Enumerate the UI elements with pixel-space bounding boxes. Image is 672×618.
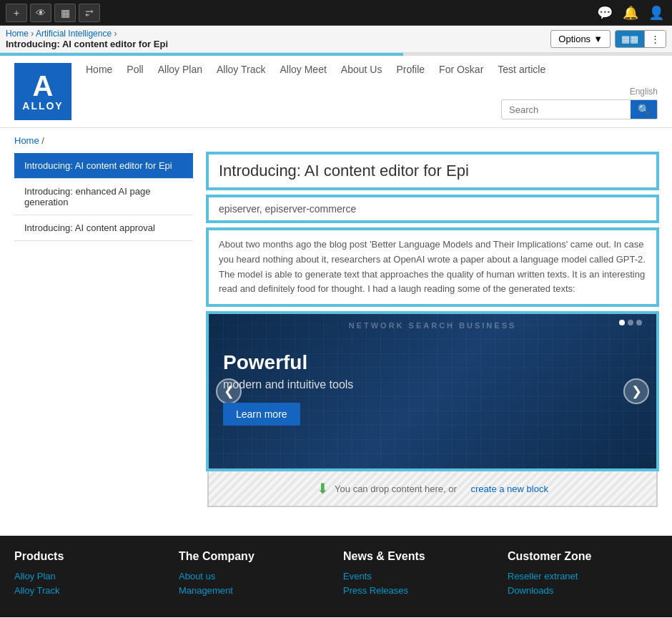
page-breadcrumb-home[interactable]: Home xyxy=(14,135,39,146)
nav-item-poll[interactable]: Poll xyxy=(127,64,143,75)
footer-products-heading: Products xyxy=(14,550,164,563)
search-button[interactable]: 🔍 xyxy=(631,100,657,119)
footer-news-list: Events Press Releases xyxy=(343,570,493,596)
editor-toolbar: + 👁 ▦ ⥂ 💬 🔔 👤 xyxy=(0,0,672,26)
search-area: English 🔍 xyxy=(86,87,658,119)
bell-icon-button[interactable]: 🔔 xyxy=(621,4,641,22)
options-label: Options xyxy=(558,34,591,44)
site-wrapper: A ALLOY Home Poll Alloy Plan Alloy Track… xyxy=(0,56,672,617)
editor-page-title: Introducing: AI content editor for Epi xyxy=(6,39,168,49)
breadcrumb-sep2: › xyxy=(114,29,117,39)
footer-link-press-releases[interactable]: Press Releases xyxy=(343,584,493,596)
language-label: English xyxy=(630,87,658,97)
nav-item-profile[interactable]: Profile xyxy=(396,64,425,75)
view-toggle: ▦▦ ⋮ xyxy=(615,30,666,48)
footer-customer-heading: Customer Zone xyxy=(508,550,658,563)
nav-item-test-article[interactable]: Test article xyxy=(498,64,545,75)
article-content: Introducing: AI content editor for Epi e… xyxy=(207,153,658,507)
article-tags-text: episerver, episerver-commerce xyxy=(219,203,356,215)
site-nav: Home Poll Alloy Plan Alloy Track Alloy M… xyxy=(86,64,658,75)
view-list-button[interactable]: ⋮ xyxy=(645,31,666,47)
sidebar-item-2[interactable]: Introducing: enhanced AI page generation xyxy=(14,179,193,215)
site-footer: Products Alloy Plan Alloy Track The Comp… xyxy=(0,536,672,617)
sidebar: Introducing: AI content editor for Epi I… xyxy=(14,153,193,507)
drop-zone-space xyxy=(463,484,465,494)
footer-col-company: The Company About us Management xyxy=(179,550,329,599)
footer-col-customer: Customer Zone Reseller extranet Download… xyxy=(508,550,658,599)
resize-button[interactable]: ⥂ xyxy=(79,4,100,22)
search-form: 🔍 xyxy=(501,99,658,119)
carousel-next-button[interactable]: ❯ xyxy=(623,378,649,404)
carousel-text-area: Powerful modern and intuitive tools Lear… xyxy=(223,351,353,426)
view-grid-button[interactable]: ▦▦ xyxy=(616,31,644,47)
carousel-block: NETWORK SEARCH BUSINESS ❮ Powerful moder… xyxy=(207,313,658,470)
article-tags[interactable]: episerver, episerver-commerce xyxy=(207,196,658,222)
carousel-dot-3[interactable] xyxy=(636,320,642,325)
breadcrumb-path: Home › Artificial Intelligence › xyxy=(6,29,168,39)
carousel-dot-2[interactable] xyxy=(628,320,633,325)
editor-breadcrumb-bar: Home › Artificial Intelligence › Introdu… xyxy=(0,26,672,53)
footer-link-downloads[interactable]: Downloads xyxy=(508,584,658,596)
footer-company-heading: The Company xyxy=(179,550,329,563)
footer-grid: Products Alloy Plan Alloy Track The Comp… xyxy=(14,550,658,599)
frames-button[interactable]: ▦ xyxy=(54,4,76,22)
footer-link-about-us[interactable]: About us xyxy=(179,570,329,582)
search-input[interactable] xyxy=(502,101,631,119)
footer-link-management[interactable]: Management xyxy=(179,584,329,596)
article-body-text: About two months ago the blog post 'Bett… xyxy=(219,239,646,294)
site-nav-area: Home Poll Alloy Plan Alloy Track Alloy M… xyxy=(86,64,658,119)
nav-item-home[interactable]: Home xyxy=(86,64,112,75)
footer-customer-list: Reseller extranet Downloads xyxy=(508,570,658,596)
drop-icon: ⬇ xyxy=(317,480,329,497)
options-button[interactable]: Options ▼ xyxy=(550,30,611,48)
chevron-down-icon: ▼ xyxy=(593,34,603,44)
main-content: Introducing: AI content editor for Epi I… xyxy=(0,153,672,521)
sidebar-item-1[interactable]: Introducing: AI content editor for Epi xyxy=(14,153,193,179)
site-header: A ALLOY Home Poll Alloy Plan Alloy Track… xyxy=(0,56,672,128)
carousel-title: Powerful xyxy=(223,351,353,374)
footer-products-list: Alloy Plan Alloy Track xyxy=(14,570,164,596)
breadcrumb-section-link[interactable]: Artificial Intelligence xyxy=(36,29,112,39)
nav-item-alloy-meet[interactable]: Alloy Meet xyxy=(280,64,326,75)
page-breadcrumb-sep: / xyxy=(41,135,44,146)
drop-zone-text: You can drop content here, or xyxy=(335,484,457,494)
footer-company-list: About us Management xyxy=(179,570,329,596)
page-breadcrumb: Home / xyxy=(0,128,672,153)
footer-col-products: Products Alloy Plan Alloy Track xyxy=(14,550,164,599)
footer-col-news: News & Events Events Press Releases xyxy=(343,550,493,599)
article-title-text: Introducing: AI content editor for Epi xyxy=(219,162,469,180)
user-icon-button[interactable]: 👤 xyxy=(646,4,666,22)
sidebar-item-3[interactable]: Introducing: AI content approval xyxy=(14,215,193,241)
site-logo: A ALLOY xyxy=(14,63,71,120)
footer-link-alloy-plan[interactable]: Alloy Plan xyxy=(14,570,164,582)
chat-icon-button[interactable]: 💬 xyxy=(595,4,615,22)
logo-text: ALLOY xyxy=(22,100,63,112)
nav-item-for-oskar[interactable]: For Oskar xyxy=(439,64,483,75)
carousel-learn-more-button[interactable]: Learn more xyxy=(223,403,300,426)
breadcrumb-home-link[interactable]: Home xyxy=(6,29,29,39)
options-area: Options ▼ ▦▦ ⋮ xyxy=(550,30,666,48)
nav-item-alloy-plan[interactable]: Alloy Plan xyxy=(158,64,202,75)
footer-news-heading: News & Events xyxy=(343,550,493,563)
nav-item-alloy-track[interactable]: Alloy Track xyxy=(217,64,265,75)
footer-link-reseller[interactable]: Reseller extranet xyxy=(508,570,658,582)
create-new-block-link[interactable]: create a new block xyxy=(471,484,548,494)
chevron-right-icon: ❯ xyxy=(631,383,642,399)
plus-button[interactable]: + xyxy=(6,4,27,22)
article-title[interactable]: Introducing: AI content editor for Epi xyxy=(207,153,658,189)
footer-link-alloy-track[interactable]: Alloy Track xyxy=(14,584,164,596)
logo-letter: A xyxy=(33,72,54,100)
drop-zone[interactable]: ⬇ You can drop content here, or create a… xyxy=(207,470,658,507)
carousel-dots xyxy=(619,320,642,325)
footer-link-events[interactable]: Events xyxy=(343,570,493,582)
article-body[interactable]: About two months ago the blog post 'Bett… xyxy=(207,229,658,305)
carousel-subtitle: modern and intuitive tools xyxy=(223,378,353,391)
carousel-dot-1[interactable] xyxy=(619,320,625,325)
nav-item-about-us[interactable]: About Us xyxy=(341,64,382,75)
carousel-header-text: NETWORK SEARCH BUSINESS xyxy=(209,321,656,330)
preview-button[interactable]: 👁 xyxy=(30,4,51,22)
